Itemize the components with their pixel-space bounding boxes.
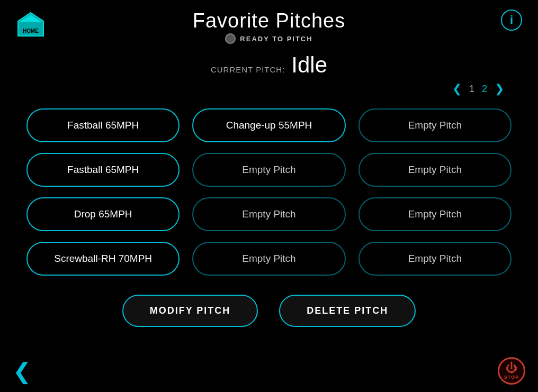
header: Favorite Pitches READY TO PITCH i [0,0,538,44]
pitch-button-11[interactable]: Empty Pitch [192,242,345,276]
pitch-button-12[interactable]: Empty Pitch [358,242,512,276]
back-arrow[interactable]: ❮ [13,360,31,382]
stop-button[interactable]: ⏻ STOP [498,357,525,385]
pitch-button-2[interactable]: Change-up 55MPH [192,108,345,142]
pagination: ❮ 1 2 ❯ [0,82,538,96]
power-icon: ⏻ [506,362,517,374]
page-2[interactable]: 2 [480,84,489,95]
pitch-button-7[interactable]: Drop 65MPH [26,197,180,231]
page-title: Favorite Pitches [193,10,345,32]
current-pitch-value: Idle [291,52,327,78]
status-dot [225,33,236,44]
bottom-actions: MODIFY PITCH DELETE PITCH [0,295,538,327]
stop-label: STOP [504,375,519,380]
current-pitch-row: CURRENT PITCH: Idle [0,52,538,78]
pitch-grid: Fastball 65MPHChange-up 55MPHEmpty Pitch… [0,100,538,276]
pitch-button-5[interactable]: Empty Pitch [192,153,345,187]
page-1[interactable]: 1 [467,84,477,95]
pitch-button-10[interactable]: Screwball-RH 70MPH [26,242,180,276]
pitch-button-8[interactable]: Empty Pitch [192,197,345,231]
pitch-button-6[interactable]: Empty Pitch [358,153,512,187]
modify-pitch-button[interactable]: MODIFY PITCH [122,295,258,327]
ready-status: READY TO PITCH [240,35,312,43]
current-pitch-label: CURRENT PITCH: [211,65,285,74]
pitch-button-4[interactable]: Fastball 65MPH [26,153,180,187]
pitch-button-3[interactable]: Empty Pitch [358,108,512,142]
delete-pitch-button[interactable]: DELETE PITCH [279,295,416,327]
pitch-button-1[interactable]: Fastball 65MPH [26,108,180,142]
page-next-arrow[interactable]: ❯ [492,82,506,96]
info-button[interactable]: i [501,10,522,31]
page-prev-arrow[interactable]: ❮ [450,82,464,96]
pitch-button-9[interactable]: Empty Pitch [358,197,512,231]
title-area: Favorite Pitches READY TO PITCH [193,10,345,44]
